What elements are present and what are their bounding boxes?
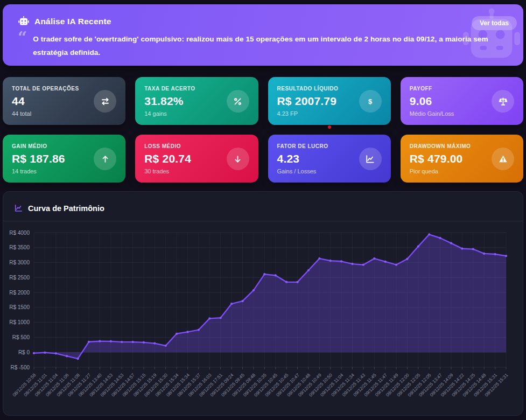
stat-value: R$ 20.74 (144, 152, 191, 165)
data-point (55, 352, 57, 354)
warning-triangle-icon (492, 148, 514, 170)
data-point (230, 303, 233, 305)
data-point (143, 341, 145, 344)
data-point (198, 329, 200, 331)
stat-label: DRAWDOWN MÁXIMO (410, 143, 471, 149)
stat-sub: 14 trades (12, 168, 65, 174)
stat-card-gain-medio: GAIN MÉDIO R$ 187.86 14 trades (3, 135, 125, 183)
data-point (428, 233, 430, 235)
chart-line-icon (359, 148, 382, 170)
equity-area (34, 234, 506, 359)
stat-value: R$ 479.00 (410, 152, 471, 165)
arrow-up-icon (94, 148, 116, 170)
scales-icon (492, 90, 514, 113)
data-point (88, 341, 90, 343)
stat-text: RESULTADO LÍQUIDO R$ 2007.79 4.23 FP (277, 84, 339, 118)
stat-card-payoff: PAYOFF 9.06 Médio Gain/Loss (401, 77, 523, 125)
svg-text:R$ 3500: R$ 3500 (9, 244, 30, 250)
svg-text:R$ 2000: R$ 2000 (9, 290, 30, 296)
data-point (263, 273, 265, 275)
svg-text:R$ 1000: R$ 1000 (9, 319, 30, 325)
dollar-icon: $ (359, 90, 382, 113)
chart-line-icon (14, 204, 23, 213)
data-point (362, 264, 364, 266)
stat-value: 9.06 (410, 95, 454, 108)
data-point (483, 253, 485, 255)
data-point (44, 352, 46, 354)
data-point (329, 260, 332, 262)
swap-arrows-icon (94, 90, 116, 113)
stat-value: 31.82% (144, 95, 195, 108)
stat-value: 44 (12, 95, 79, 108)
data-point (505, 255, 507, 257)
data-point (395, 264, 397, 266)
svg-text:R$ 1500: R$ 1500 (9, 304, 30, 310)
data-point (66, 355, 68, 357)
stat-label: GAIN MÉDIO (12, 143, 65, 149)
svg-text:R$ -500: R$ -500 (10, 365, 30, 370)
stat-label: FATOR DE LUCRO (277, 143, 328, 149)
red-indicator-dot (328, 125, 331, 129)
stat-card-taxa-de-acerto: TAXA DE ACERTO 31.82% 14 gains (135, 77, 258, 125)
data-point (472, 248, 474, 250)
stat-sub: 30 trades (144, 168, 191, 174)
svg-text:R$ 0: R$ 0 (18, 349, 30, 355)
robot-icon (18, 16, 30, 27)
stat-label: LOSS MÉDIO (144, 143, 191, 149)
data-point (132, 341, 134, 343)
stat-text: DRAWDOWN MÁXIMO R$ 479.00 Pior queda (410, 142, 471, 176)
svg-text:R$ 3000: R$ 3000 (9, 260, 30, 265)
data-point (318, 257, 320, 260)
stat-sub: Gains / Losses (277, 168, 328, 174)
data-point (220, 317, 222, 319)
stat-sub: 14 gains (144, 110, 195, 117)
chart-header: Curva de Patrimônio (3, 192, 523, 221)
data-point (77, 358, 79, 360)
stat-card-loss-medio: LOSS MÉDIO R$ 20.74 30 trades (135, 135, 258, 183)
quote-icon: “ (18, 32, 27, 59)
ai-analysis-panel: Ver todas Análise IA Recente “ O trader … (3, 4, 523, 66)
arrow-down-icon (227, 148, 249, 170)
data-point (461, 248, 463, 250)
stat-value: 4.23 (277, 152, 328, 165)
data-point (307, 269, 310, 271)
equity-curve-svg[interactable]: R$ 4000R$ 3500R$ 3000R$ 2500R$ 2000R$ 15… (3, 221, 522, 409)
chart-title: Curva de Patrimônio (28, 204, 104, 213)
svg-text:$: $ (368, 97, 372, 105)
ver-todas-button[interactable]: Ver todas (472, 16, 517, 30)
data-point (494, 253, 496, 255)
data-point (121, 341, 123, 343)
equity-curve-chart[interactable]: R$ 4000R$ 3500R$ 3000R$ 2500R$ 2000R$ 15… (3, 221, 522, 409)
data-point (241, 300, 243, 302)
stat-card-drawdown-maximo: DRAWDOWN MÁXIMO R$ 479.00 Pior queda (401, 135, 523, 183)
data-point (99, 340, 101, 342)
stat-value: R$ 187.86 (12, 152, 65, 165)
svg-text:R$ 2500: R$ 2500 (9, 275, 30, 281)
data-point (351, 263, 353, 265)
stat-text: TAXA DE ACERTO 31.82% 14 gains (144, 84, 195, 118)
stat-text: PAYOFF 9.06 Médio Gain/Loss (410, 84, 454, 118)
data-point (33, 352, 35, 354)
stat-label: TAXA DE ACERTO (144, 86, 195, 92)
svg-text:R$ 4000: R$ 4000 (9, 230, 30, 236)
data-point (373, 257, 375, 260)
stat-text: GAIN MÉDIO R$ 187.86 14 trades (12, 142, 65, 176)
data-point (253, 289, 255, 291)
data-point (186, 331, 188, 333)
data-point (208, 317, 211, 319)
data-point (285, 281, 287, 283)
equity-curve-card: Curva de Patrimônio R$ 4000R$ 3500R$ 300… (3, 191, 523, 416)
stat-card-total-de-operacoes: TOTAL DE OPERAÇÕES 44 44 total (3, 77, 125, 125)
ai-panel-title: Análise IA Recente (34, 17, 111, 26)
stat-label: PAYOFF (410, 86, 454, 92)
stat-sub: Médio Gain/Loss (410, 110, 454, 117)
stat-text: FATOR DE LUCRO 4.23 Gains / Losses (277, 142, 328, 176)
stats-grid: TOTAL DE OPERAÇÕES 44 44 total TAXA DE A… (3, 77, 523, 183)
data-point (296, 281, 298, 283)
data-point (450, 242, 452, 244)
stat-card-resultado-liquido: RESULTADO LÍQUIDO R$ 2007.79 4.23 FP $ (268, 77, 391, 125)
data-point (110, 340, 112, 342)
stat-sub: Pior queda (410, 168, 471, 174)
data-point (176, 333, 178, 335)
percent-icon (227, 90, 249, 113)
